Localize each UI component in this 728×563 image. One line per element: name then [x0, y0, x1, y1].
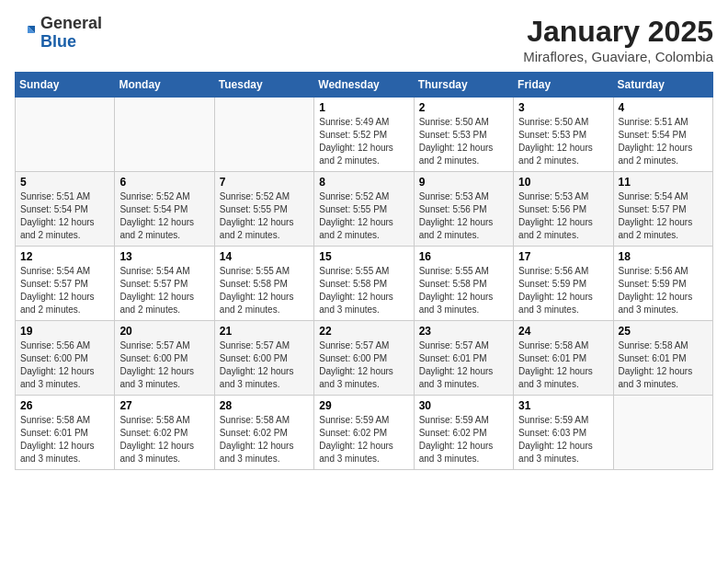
calendar-table: SundayMondayTuesdayWednesdayThursdayFrid…	[15, 72, 713, 470]
day-number: 22	[319, 325, 408, 338]
calendar-week-row: 26Sunrise: 5:58 AMSunset: 6:01 PMDayligh…	[16, 396, 713, 470]
calendar-cell	[16, 98, 115, 172]
day-info: Sunrise: 5:58 AMSunset: 6:01 PMDaylight:…	[20, 414, 109, 465]
day-number: 26	[20, 399, 109, 412]
day-info: Sunrise: 5:53 AMSunset: 5:56 PMDaylight:…	[419, 190, 508, 242]
day-info: Sunrise: 5:53 AMSunset: 5:56 PMDaylight:…	[518, 190, 608, 242]
day-number: 5	[20, 176, 109, 189]
day-info: Sunrise: 5:51 AMSunset: 5:54 PMDaylight:…	[619, 116, 708, 167]
day-info: Sunrise: 5:58 AMSunset: 6:02 PMDaylight:…	[220, 414, 309, 465]
calendar-cell	[613, 396, 712, 470]
logo-general-text: General	[40, 14, 102, 32]
day-number: 11	[619, 176, 708, 189]
calendar-cell: 10Sunrise: 5:53 AMSunset: 5:56 PMDayligh…	[514, 172, 613, 247]
day-info: Sunrise: 5:52 AMSunset: 5:54 PMDaylight:…	[119, 190, 209, 242]
month-year-title: January 2025	[523, 15, 713, 49]
weekday-header: Sunday	[16, 73, 115, 98]
day-number: 18	[619, 250, 708, 263]
calendar-cell: 22Sunrise: 5:57 AMSunset: 6:00 PMDayligh…	[314, 321, 414, 396]
calendar-cell: 20Sunrise: 5:57 AMSunset: 6:00 PMDayligh…	[115, 321, 214, 396]
day-number: 13	[119, 250, 209, 263]
day-number: 7	[220, 176, 309, 189]
day-info: Sunrise: 5:56 AMSunset: 5:59 PMDaylight:…	[518, 265, 608, 316]
day-info: Sunrise: 5:54 AMSunset: 5:57 PMDaylight:…	[20, 265, 109, 316]
day-number: 1	[319, 101, 408, 114]
day-number: 2	[419, 101, 508, 114]
calendar-week-row: 5Sunrise: 5:51 AMSunset: 5:54 PMDaylight…	[16, 172, 713, 247]
day-info: Sunrise: 5:51 AMSunset: 5:54 PMDaylight:…	[20, 190, 109, 242]
calendar-cell: 8Sunrise: 5:52 AMSunset: 5:55 PMDaylight…	[314, 172, 414, 247]
day-number: 8	[319, 176, 408, 189]
day-info: Sunrise: 5:57 AMSunset: 6:00 PMDaylight:…	[319, 339, 408, 391]
day-info: Sunrise: 5:50 AMSunset: 5:53 PMDaylight:…	[419, 116, 508, 167]
day-info: Sunrise: 5:57 AMSunset: 6:01 PMDaylight:…	[419, 339, 508, 391]
calendar-cell: 15Sunrise: 5:55 AMSunset: 5:58 PMDayligh…	[314, 247, 414, 321]
calendar-cell: 21Sunrise: 5:57 AMSunset: 6:00 PMDayligh…	[214, 321, 313, 396]
day-info: Sunrise: 5:58 AMSunset: 6:02 PMDaylight:…	[119, 414, 209, 465]
calendar-cell: 31Sunrise: 5:59 AMSunset: 6:03 PMDayligh…	[514, 396, 613, 470]
day-info: Sunrise: 5:52 AMSunset: 5:55 PMDaylight:…	[319, 190, 408, 242]
calendar-cell	[115, 98, 214, 172]
title-section: January 2025 Miraflores, Guaviare, Colom…	[523, 15, 713, 64]
day-info: Sunrise: 5:56 AMSunset: 5:59 PMDaylight:…	[619, 265, 708, 316]
day-number: 24	[518, 325, 608, 338]
day-number: 21	[220, 325, 309, 338]
day-info: Sunrise: 5:59 AMSunset: 6:03 PMDaylight:…	[518, 414, 608, 465]
calendar-cell: 3Sunrise: 5:50 AMSunset: 5:53 PMDaylight…	[514, 98, 613, 172]
calendar-cell: 28Sunrise: 5:58 AMSunset: 6:02 PMDayligh…	[214, 396, 313, 470]
calendar-cell: 9Sunrise: 5:53 AMSunset: 5:56 PMDaylight…	[414, 172, 513, 247]
day-number: 23	[419, 325, 508, 338]
day-number: 28	[220, 399, 309, 412]
day-number: 20	[119, 325, 209, 338]
calendar-week-row: 12Sunrise: 5:54 AMSunset: 5:57 PMDayligh…	[16, 247, 713, 321]
calendar-week-row: 1Sunrise: 5:49 AMSunset: 5:52 PMDaylight…	[16, 98, 713, 172]
page-header: General Blue January 2025 Miraflores, Gu…	[15, 15, 713, 64]
calendar-cell: 23Sunrise: 5:57 AMSunset: 6:01 PMDayligh…	[414, 321, 513, 396]
calendar-cell: 17Sunrise: 5:56 AMSunset: 5:59 PMDayligh…	[514, 247, 613, 321]
day-info: Sunrise: 5:55 AMSunset: 5:58 PMDaylight:…	[319, 265, 408, 316]
day-info: Sunrise: 5:57 AMSunset: 6:00 PMDaylight:…	[220, 339, 309, 391]
day-number: 25	[619, 325, 708, 338]
day-info: Sunrise: 5:52 AMSunset: 5:55 PMDaylight:…	[220, 190, 309, 242]
calendar-cell: 12Sunrise: 5:54 AMSunset: 5:57 PMDayligh…	[16, 247, 115, 321]
day-info: Sunrise: 5:58 AMSunset: 6:01 PMDaylight:…	[518, 339, 608, 391]
day-info: Sunrise: 5:49 AMSunset: 5:52 PMDaylight:…	[319, 116, 408, 167]
calendar-cell: 13Sunrise: 5:54 AMSunset: 5:57 PMDayligh…	[115, 247, 214, 321]
calendar-cell: 7Sunrise: 5:52 AMSunset: 5:55 PMDaylight…	[214, 172, 313, 247]
logo: General Blue	[15, 15, 102, 52]
calendar-cell: 11Sunrise: 5:54 AMSunset: 5:57 PMDayligh…	[613, 172, 712, 247]
weekday-header: Monday	[115, 73, 214, 98]
calendar-cell: 25Sunrise: 5:58 AMSunset: 6:01 PMDayligh…	[613, 321, 712, 396]
logo-blue-text: Blue	[40, 32, 76, 51]
weekday-header: Friday	[514, 73, 613, 98]
calendar-cell: 26Sunrise: 5:58 AMSunset: 6:01 PMDayligh…	[16, 396, 115, 470]
day-info: Sunrise: 5:59 AMSunset: 6:02 PMDaylight:…	[419, 414, 508, 465]
day-number: 19	[20, 325, 109, 338]
location-subtitle: Miraflores, Guaviare, Colombia	[523, 49, 713, 64]
calendar-cell: 18Sunrise: 5:56 AMSunset: 5:59 PMDayligh…	[613, 247, 712, 321]
day-number: 12	[20, 250, 109, 263]
day-number: 4	[619, 101, 708, 114]
day-info: Sunrise: 5:50 AMSunset: 5:53 PMDaylight:…	[518, 116, 608, 167]
calendar-cell	[214, 98, 313, 172]
day-number: 30	[419, 399, 508, 412]
calendar-cell: 2Sunrise: 5:50 AMSunset: 5:53 PMDaylight…	[414, 98, 513, 172]
weekday-header: Tuesday	[214, 73, 313, 98]
day-info: Sunrise: 5:55 AMSunset: 5:58 PMDaylight:…	[220, 265, 309, 316]
day-info: Sunrise: 5:54 AMSunset: 5:57 PMDaylight:…	[619, 190, 708, 242]
calendar-cell: 16Sunrise: 5:55 AMSunset: 5:58 PMDayligh…	[414, 247, 513, 321]
calendar-cell: 29Sunrise: 5:59 AMSunset: 6:02 PMDayligh…	[314, 396, 414, 470]
day-info: Sunrise: 5:59 AMSunset: 6:02 PMDaylight:…	[319, 414, 408, 465]
weekday-header: Saturday	[613, 73, 712, 98]
day-number: 17	[518, 250, 608, 263]
calendar-cell: 5Sunrise: 5:51 AMSunset: 5:54 PMDaylight…	[16, 172, 115, 247]
logo-icon	[15, 22, 37, 44]
calendar-cell: 1Sunrise: 5:49 AMSunset: 5:52 PMDaylight…	[314, 98, 414, 172]
day-number: 15	[319, 250, 408, 263]
weekday-header: Wednesday	[314, 73, 414, 98]
day-number: 16	[419, 250, 508, 263]
calendar-cell: 4Sunrise: 5:51 AMSunset: 5:54 PMDaylight…	[613, 98, 712, 172]
day-info: Sunrise: 5:58 AMSunset: 6:01 PMDaylight:…	[619, 339, 708, 391]
weekday-header-row: SundayMondayTuesdayWednesdayThursdayFrid…	[16, 73, 713, 98]
day-info: Sunrise: 5:54 AMSunset: 5:57 PMDaylight:…	[119, 265, 209, 316]
